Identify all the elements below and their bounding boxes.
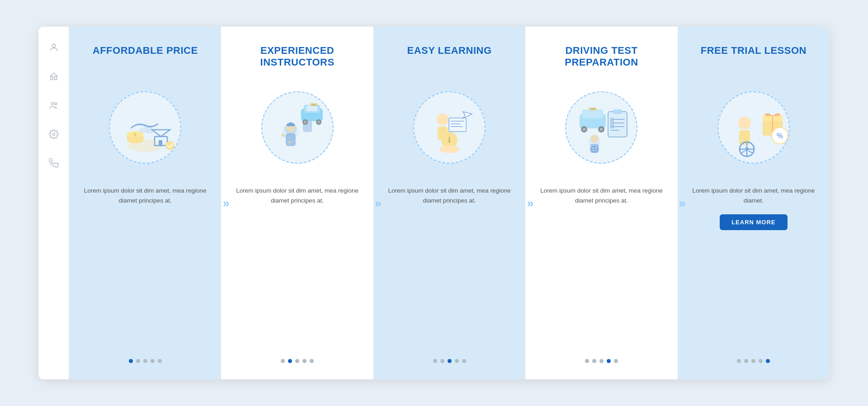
- card-5-dots: [737, 359, 770, 363]
- card-4-title: DRIVING TEST PREPARATION: [538, 45, 665, 72]
- card-3-dots: [433, 359, 466, 363]
- card-3-illustration: i: [402, 80, 497, 175]
- card-4-desc: Lorem ipsum dolor sit dim amet, mea regi…: [538, 186, 665, 205]
- dot-5: [766, 359, 770, 363]
- dot-5: [462, 359, 466, 363]
- card-1-title: AFFORDABLE PRICE: [93, 45, 198, 72]
- svg-point-0: [52, 44, 55, 47]
- dot-3: [448, 359, 452, 363]
- card-2-illustration: TAXI ★ ★: [250, 80, 345, 175]
- dot-5: [614, 359, 618, 363]
- card-1-desc: Lorem ipsum dolor sit dim amet, mea regi…: [82, 186, 208, 205]
- dot-3: [599, 359, 604, 363]
- phone-icon[interactable]: [47, 157, 60, 170]
- card-2-desc: Lorem ipsum dolor sit dim amet, mea regi…: [234, 186, 360, 205]
- card-5-illustration: %: [706, 80, 801, 175]
- user-icon[interactable]: [47, 41, 60, 54]
- card-free-trial: FREE TRIAL LESSON %: [678, 27, 830, 379]
- main-container: AFFORDABLE PRICE $: [38, 27, 830, 379]
- svg-point-3: [51, 103, 54, 105]
- card-2-dots: [281, 359, 314, 363]
- dot-4: [759, 359, 763, 363]
- settings-icon[interactable]: [47, 128, 60, 141]
- dot-4: [455, 359, 459, 363]
- dot-2: [440, 359, 444, 363]
- card-3-title: EASY LEARNING: [407, 45, 492, 72]
- cards-area: AFFORDABLE PRICE $: [69, 27, 830, 379]
- dot-4: [302, 359, 307, 363]
- card-5-title: FREE TRIAL LESSON: [701, 45, 807, 72]
- svg-point-5: [52, 133, 55, 136]
- dot-2: [592, 359, 596, 363]
- dot-2: [136, 359, 140, 363]
- card-4-illustration: TAXI: [554, 80, 649, 175]
- people-icon[interactable]: [47, 99, 60, 112]
- dot-1: [129, 359, 133, 363]
- dot-3: [751, 359, 755, 363]
- card-affordable-price: AFFORDABLE PRICE $: [69, 27, 221, 379]
- arrow-2: »: [375, 196, 381, 210]
- arrow-4: »: [679, 196, 685, 210]
- dot-3: [295, 359, 299, 363]
- card-1-dots: [129, 359, 162, 363]
- svg-rect-1: [51, 76, 53, 80]
- card-easy-learning: EASY LEARNING i: [373, 27, 525, 379]
- sidebar: [38, 27, 69, 379]
- dot-3: [143, 359, 147, 363]
- dot-2: [288, 359, 292, 363]
- dot-2: [744, 359, 748, 363]
- dot-1: [737, 359, 741, 363]
- card-driving-test: DRIVING TEST PREPARATION TAXI: [525, 27, 677, 379]
- arrow-3: »: [527, 196, 533, 210]
- dot-5: [158, 359, 162, 363]
- dot-4: [151, 359, 155, 363]
- dot-5: [310, 359, 314, 363]
- card-2-title: EXPERIENCED INSTRUCTORS: [234, 45, 360, 72]
- dot-1: [281, 359, 285, 363]
- home-icon[interactable]: [47, 70, 60, 83]
- learn-more-button[interactable]: LEARN MORE: [720, 214, 787, 230]
- arrow-1: »: [223, 196, 229, 210]
- card-1-illustration: $: [98, 80, 193, 175]
- svg-rect-2: [54, 76, 57, 80]
- dot-1: [585, 359, 589, 363]
- card-4-dots: [585, 359, 618, 363]
- svg-point-4: [55, 103, 57, 105]
- card-3-desc: Lorem ipsum dolor sit dim amet, mea regi…: [386, 186, 513, 205]
- dot-4: [607, 359, 611, 363]
- card-experienced-instructors: EXPERIENCED INSTRUCTORS: [221, 27, 373, 379]
- card-5-desc: Lorem ipsum dolor sit dim amet, mea regi…: [690, 186, 817, 205]
- dot-1: [433, 359, 437, 363]
